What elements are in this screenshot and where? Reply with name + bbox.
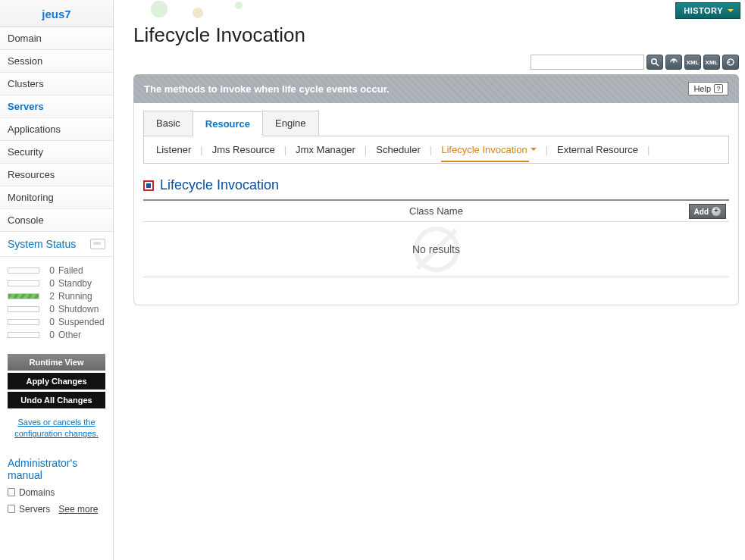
runtime-view-button[interactable]: Runtime View xyxy=(8,354,105,371)
status-row-other: 0Other xyxy=(8,330,105,340)
server-icon xyxy=(90,239,105,249)
table-header-row: Class Name Add + xyxy=(143,201,729,222)
subtab-jmx-manager[interactable]: Jmx Manager xyxy=(293,144,358,155)
topbar: HISTORY xyxy=(133,0,745,20)
nav-resources[interactable]: Resources xyxy=(0,164,113,186)
status-row-suspended: 0Suspended xyxy=(8,317,105,327)
help-icon: ? xyxy=(714,84,723,93)
svg-point-0 xyxy=(652,59,656,64)
section-title: Lifecycle Invocation xyxy=(160,177,279,193)
add-button[interactable]: Add + xyxy=(689,204,726,219)
content-body: Basic Resource Engine Listener| Jms Reso… xyxy=(133,103,739,305)
status-row-failed: 0Failed xyxy=(8,265,105,276)
undo-all-changes-button[interactable]: Undo All Changes xyxy=(8,392,105,408)
svg-line-1 xyxy=(656,64,659,67)
system-status-title: System Status xyxy=(8,238,76,250)
nav-clusters[interactable]: Clusters xyxy=(0,73,113,95)
nav-monitoring[interactable]: Monitoring xyxy=(0,186,113,209)
apply-changes-button[interactable]: Apply Changes xyxy=(8,373,105,389)
status-row-shutdown: 0Shutdown xyxy=(8,304,105,314)
refresh-icon xyxy=(726,58,735,67)
help-button[interactable]: Help ? xyxy=(688,82,728,95)
nav-applications[interactable]: Applications xyxy=(0,118,113,141)
subtab-scheduler[interactable]: Scheduler xyxy=(373,144,424,155)
book-icon xyxy=(8,488,15,496)
xml-upload-button[interactable]: XML xyxy=(684,55,701,70)
book-icon xyxy=(8,505,15,513)
main-area: HISTORY Lifecycle Invocation XML XML The… xyxy=(114,0,745,305)
table: Class Name Add + No results xyxy=(143,199,729,277)
xml-icon: XML xyxy=(687,59,700,66)
config-note-link[interactable]: Saves or cancels the configuration chang… xyxy=(0,417,113,449)
empty-state: No results xyxy=(143,222,729,277)
plus-icon: + xyxy=(712,207,721,216)
subtabs: Listener| Jms Resource| Jmx Manager| Sch… xyxy=(143,136,729,164)
column-class-name: Class Name xyxy=(409,205,463,217)
tab-resource[interactable]: Resource xyxy=(193,111,263,136)
search-icon xyxy=(650,58,659,67)
description-bar: The methods to invoke when life cycle ev… xyxy=(133,74,739,103)
xml-icon: XML xyxy=(706,59,718,66)
nav-security[interactable]: Security xyxy=(0,141,113,164)
tab-engine[interactable]: Engine xyxy=(262,111,318,136)
refresh-button[interactable] xyxy=(722,55,739,70)
manual-servers[interactable]: ServersSee more xyxy=(0,501,113,518)
manual-title: Administrator's manual xyxy=(0,449,113,484)
search-input[interactable] xyxy=(531,55,644,70)
subtab-lifecycle-invocation[interactable]: Lifecycle Invocation xyxy=(438,144,539,155)
page-title: Lifecycle Invocation xyxy=(133,20,745,52)
section-icon xyxy=(143,180,154,191)
subtab-external-resource[interactable]: External Resource xyxy=(554,144,641,155)
search-button[interactable] xyxy=(646,55,663,70)
tabs: Basic Resource Engine xyxy=(143,111,729,136)
chevron-down-icon xyxy=(531,148,537,154)
xml-download-button[interactable]: XML xyxy=(703,55,720,70)
description-text: The methods to invoke when life cycle ev… xyxy=(144,83,390,95)
toolbar: XML XML xyxy=(133,52,745,74)
nav-servers[interactable]: Servers xyxy=(0,95,113,118)
system-status-header: System Status xyxy=(0,232,113,257)
nav-console[interactable]: Console xyxy=(0,209,113,232)
subtab-jms-resource[interactable]: Jms Resource xyxy=(209,144,278,155)
tab-basic[interactable]: Basic xyxy=(143,111,193,136)
export-icon xyxy=(669,58,678,67)
status-row-running: 2Running xyxy=(8,291,105,302)
section-header: Lifecycle Invocation xyxy=(143,177,729,193)
subtab-listener[interactable]: Listener xyxy=(153,144,194,155)
history-button[interactable]: HISTORY xyxy=(675,2,740,19)
export-button[interactable] xyxy=(665,55,682,70)
see-more-link[interactable]: See more xyxy=(58,504,98,515)
nav-session[interactable]: Session xyxy=(0,50,113,73)
sidebar: jeus7 Domain Session Clusters Servers Ap… xyxy=(0,0,114,560)
brand-title: jeus7 xyxy=(0,0,113,27)
status-list: 0Failed 0Standby 2Running 0Shutdown 0Sus… xyxy=(0,257,113,352)
status-row-standby: 0Standby xyxy=(8,278,105,289)
manual-domains[interactable]: Domains xyxy=(0,484,113,501)
nav-domain[interactable]: Domain xyxy=(0,27,113,50)
